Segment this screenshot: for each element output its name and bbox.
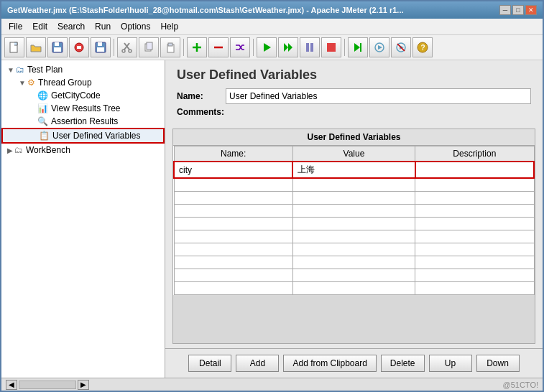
close-button[interactable]: ✕: [525, 5, 537, 15]
table-title: User Defined Variables: [173, 129, 535, 146]
expand-icon-workbench: ▶: [7, 146, 13, 154]
svg-rect-7: [98, 42, 102, 46]
svg-rect-24: [310, 43, 313, 52]
panel-title: User Defined Variables: [177, 67, 531, 83]
menu-edit[interactable]: Edit: [28, 20, 52, 33]
scroll-right-button[interactable]: ▶: [78, 380, 89, 390]
toolbar-play[interactable]: [257, 37, 277, 57]
toolbar-add[interactable]: [187, 37, 207, 57]
main-window: GetWeather.jmx (E:\StashFolder\huoli_28@…: [0, 0, 544, 392]
svg-rect-8: [97, 47, 104, 52]
svg-text:?: ?: [421, 44, 425, 52]
label-threadgroup: Thread Group: [38, 78, 92, 88]
add-button[interactable]: Add: [236, 355, 279, 372]
svg-rect-5: [77, 46, 81, 49]
title-bar: GetWeather.jmx (E:\StashFolder\huoli_28@…: [1, 1, 543, 19]
toolbar-pause[interactable]: [300, 37, 320, 57]
icon-assertion: 🔍: [37, 116, 48, 126]
label-getcitycode: GetCityCode: [51, 90, 101, 101]
toolbar-help[interactable]: ?: [412, 37, 433, 57]
expand-icon-threadgroup: ▼: [19, 79, 26, 87]
tree-node-uservars[interactable]: 📋 User Defined Variables: [1, 128, 165, 144]
toolbar-sep3: [253, 39, 254, 56]
cell-value: 上海: [292, 162, 415, 178]
tree-node-getcitycode[interactable]: 🌐 GetCityCode: [1, 89, 165, 102]
bottom-buttons: Detail Add Add from Clipboard Delete Up …: [165, 348, 543, 378]
label-uservars: User Defined Variables: [52, 131, 141, 141]
toolbar-remove[interactable]: [208, 37, 229, 57]
toolbar-stop[interactable]: [321, 37, 341, 57]
table-row[interactable]: city 上海: [174, 162, 534, 178]
scroll-left-button[interactable]: ◀: [6, 380, 17, 390]
variables-table-container: User Defined Variables Name: Value Descr…: [172, 129, 535, 344]
svg-marker-22: [288, 43, 292, 52]
menu-search[interactable]: Search: [53, 20, 89, 33]
down-button[interactable]: Down: [476, 355, 520, 372]
minimize-button[interactable]: ─: [499, 5, 511, 15]
icon-testplan: 🗂: [16, 65, 24, 75]
icon-workbench: 🗂: [14, 145, 23, 155]
toolbar-paste[interactable]: [160, 37, 180, 57]
svg-marker-26: [354, 43, 360, 52]
label-testplan: Test Plan: [27, 65, 63, 75]
toolbar-cut[interactable]: [117, 37, 137, 57]
tree-node-threadgroup[interactable]: ▼ ⚙ Thread Group: [1, 76, 165, 89]
toolbar-stop-red[interactable]: [69, 37, 89, 57]
watermark-text: @51CTO!: [503, 381, 538, 389]
toolbar-save[interactable]: [47, 37, 68, 57]
toolbar-remote2[interactable]: [369, 37, 389, 57]
name-input[interactable]: [226, 88, 531, 104]
icon-viewresults: 📊: [37, 103, 48, 113]
detail-button[interactable]: Detail: [188, 355, 231, 372]
table-empty-row-9: [174, 281, 534, 294]
up-button[interactable]: Up: [429, 355, 472, 372]
status-bar: ◀ ▶ @51CTO!: [1, 378, 543, 391]
col-description: Description: [415, 146, 534, 162]
table-empty-row-8: [174, 269, 534, 281]
toolbar-shuffle[interactable]: [230, 37, 250, 57]
toolbar-copy[interactable]: [139, 37, 159, 57]
tree-node-testplan[interactable]: ▼ 🗂 Test Plan: [1, 63, 165, 76]
toolbar-save2[interactable]: [91, 37, 111, 57]
table-empty-row-2: [174, 191, 534, 204]
main-content: ▼ 🗂 Test Plan ▼ ⚙ Thread Group 🌐 GetCity…: [1, 60, 543, 378]
delete-button[interactable]: Delete: [381, 355, 425, 372]
toolbar-sep4: [344, 39, 345, 56]
comments-row: Comments:: [177, 107, 531, 117]
menu-help[interactable]: Help: [156, 20, 183, 33]
menu-file[interactable]: File: [4, 20, 27, 33]
tree-node-viewresults[interactable]: 📊 View Results Tree: [1, 102, 165, 115]
menu-options[interactable]: Options: [116, 20, 155, 33]
tree-node-workbench[interactable]: ▶ 🗂 WorkBench: [1, 144, 165, 157]
toolbar-new[interactable]: [4, 37, 24, 57]
tree-node-assertionresults[interactable]: 🔍 Assertion Results: [1, 115, 165, 128]
toolbar-sep1: [114, 39, 114, 56]
label-viewresults: View Results Tree: [51, 103, 121, 113]
label-assertionresults: Assertion Results: [51, 116, 118, 126]
svg-rect-3: [54, 47, 61, 52]
table-empty-row-3: [174, 204, 534, 217]
toolbar-open[interactable]: [26, 37, 46, 57]
col-name: Name:: [174, 146, 292, 162]
maximize-button[interactable]: □: [512, 5, 524, 15]
menu-run[interactable]: Run: [91, 20, 115, 33]
icon-threadgroup: ⚙: [27, 78, 35, 88]
col-value: Value: [292, 146, 415, 162]
window-controls: ─ □ ✕: [499, 5, 537, 15]
table-empty-row-7: [174, 256, 534, 269]
table-empty-row-6: [174, 243, 534, 256]
menu-bar: File Edit Search Run Options Help: [1, 19, 543, 35]
svg-marker-29: [378, 45, 382, 50]
label-workbench: WorkBench: [26, 145, 70, 155]
right-panel: User Defined Variables Name: Comments: U…: [165, 60, 543, 378]
icon-getcitycode: 🌐: [37, 90, 48, 101]
svg-point-11: [122, 50, 125, 52]
toolbar-remote-start[interactable]: [348, 37, 368, 57]
toolbar-remote3[interactable]: [391, 37, 411, 57]
window-title: GetWeather.jmx (E:\StashFolder\huoli_28@…: [7, 6, 404, 14]
add-clipboard-button[interactable]: Add from Clipboard: [283, 355, 376, 372]
scroll-track[interactable]: [19, 381, 76, 389]
expand-icon-testplan: ▼: [7, 66, 14, 74]
toolbar-play2[interactable]: [278, 37, 298, 57]
table-empty-row-5: [174, 230, 534, 243]
